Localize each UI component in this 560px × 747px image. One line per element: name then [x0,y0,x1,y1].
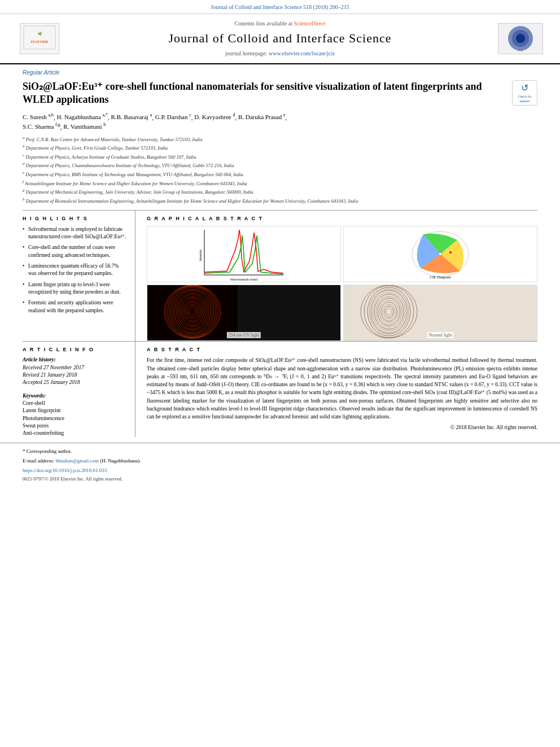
affiliation-d: d Department of Physics, Channabasaveshw… [23,161,537,169]
svg-text:Intensity: Intensity [199,250,202,261]
affiliation-g: g Department of Mechanical Engineering, … [23,187,537,196]
science-direct-link[interactable]: ScienceDirect [294,20,325,27]
graphical-abstract-images: Wavelength (nm) Intensity [147,226,537,341]
highlight-2: Core-shell and the number of coats were … [23,244,128,259]
ga-fingerprint-uv: 254 nm UV light [147,285,341,341]
copyright-line: © 2018 Elsevier Inc. All rights reserved… [147,424,537,431]
article-info-heading: A R T I C L E I N F O [23,346,128,353]
journal-cover-image: JCIS [498,23,543,54]
author-suresh: C. Suresh a,b [23,113,54,120]
science-direct-text: Contents lists available at ScienceDirec… [62,20,498,28]
keywords-label: Keywords: [23,392,128,400]
highlights-heading: H I G H L I G H T S [23,215,128,222]
svg-text:ELSEVIER: ELSEVIER [31,40,49,43]
author-kavyashree: D. Kavyashree d [194,113,235,120]
received-date: Received 27 November 2017 [23,364,128,372]
affiliation-a: a Prof. C.N.R. Rao Centre for Advanced M… [23,135,537,143]
affiliation-f: f Avinashilingam Institute for Home Scie… [23,179,537,187]
svg-point-5 [516,34,525,43]
revised-date: Revised 21 January 2018 [23,372,128,379]
elsevier-logo-image: 🌿 ELSEVIER [20,23,59,54]
svg-point-12 [439,252,442,256]
highlights-abstract-section: H I G H L I G H T S Solvothermal route i… [23,210,537,341]
keyword-4: Sweat pores [23,422,128,430]
journal-url[interactable]: www.elsevier.com/locate/jcis [269,50,335,56]
author-basavaraj: R.B. Basavaraj a [111,113,152,120]
keyword-2: Latent fingerprint [23,407,128,414]
abstract-col: A B S T R A C T For the first time, inte… [147,342,537,438]
article-title-section: SiO₂@LaOF:Eu³⁺ core-shell functional nan… [23,80,537,107]
article-info-abstract-section: A R T I C L E I N F O Article history: R… [23,341,537,438]
journal-citation: Journal of Colloid and Interface Science… [211,4,349,10]
journal-header-center: Contents lists available at ScienceDirec… [62,20,498,58]
article-title: SiO₂@LaOF:Eu³⁺ core-shell functional nan… [23,80,512,107]
accepted-date: Accepted 25 January 2018 [23,379,128,386]
highlight-5: Forensic and security applications were … [23,299,128,314]
check-updates-badge[interactable]: ↺ Check forupdates [512,80,537,106]
journal-header-bar: Journal of Colloid and Interface Science… [0,0,560,14]
author-darshan: G.P. Darshan c [155,113,191,120]
footer: * Corresponding author. E-mail address: … [0,443,560,487]
corresponding-note: * Corresponding author. [23,448,537,455]
affiliation-b: b Department of Physics, Govt. First Gra… [23,143,537,152]
journal-title: Journal of Colloid and Interface Science [62,30,498,47]
article-content: Regular Article SiO₂@LaOF:Eu³⁺ core-shel… [0,64,560,443]
ga-uv-label: 254 nm UV light [227,332,261,338]
svg-point-13 [449,251,452,254]
journal-homepage: journal homepage: www.elsevier.com/locat… [62,50,498,58]
ga-fingerprint-normal: Normal light [343,285,537,341]
author-nagabhushana: H. Nagabhushana a,* [57,113,108,120]
author-vanithamani: R. Vanithamani h [63,123,106,130]
email-note: E-mail address: bhushan@gmail.com (H. Na… [23,457,537,465]
highlight-1: Solvothermal route is employed to fabric… [23,226,128,241]
highlights-list: Solvothermal route is employed to fabric… [23,226,128,314]
history-label: Article history: [23,356,128,364]
abstract-text: For the first time, intense red color co… [147,356,537,421]
svg-text:Wavelength (nm): Wavelength (nm) [230,277,258,281]
keywords-section: Keywords: Core-shell Latent fingerprint … [23,392,128,438]
graphical-abstract-heading: G R A P H I C A L A B S T R A C T [147,215,537,222]
article-info-col: A R T I C L E I N F O Article history: R… [23,342,135,438]
article-history: Article history: Received 27 November 20… [23,356,128,386]
ga-spectrum-image: Wavelength (nm) Intensity [147,226,341,282]
keyword-5: Anti-counterfeiting [23,430,128,437]
highlight-4: Latent finger prints up to level-3 were … [23,281,128,296]
keyword-3: Photoluminescence [23,415,128,422]
ga-colorwheel-image: CIE Diagram [343,226,537,282]
authors-line: C. Suresh a,b, H. Nagabhushana a,*, R.B.… [23,112,537,132]
svg-rect-0 [24,26,55,49]
author-prasad: B. Daruka Prasad e [238,113,286,120]
footer-copyright: 0021-9797/© 2018 Elsevier Inc. All right… [23,476,537,483]
svg-text:JCIS: JCIS [518,49,523,52]
doi-link[interactable]: https://doi.org/10.1016/j.jcis.2018.01.0… [23,467,537,474]
affiliations: a Prof. C.N.R. Rao Centre for Advanced M… [23,135,537,205]
journal-masthead: 🌿 ELSEVIER Contents lists available at S… [0,14,560,64]
affiliation-h: h Department of Biomedical Instrumentati… [23,196,537,205]
keyword-1: Core-shell [23,400,128,407]
author-sharma: S.C. Sharma f,g [23,123,60,130]
highlights-col: H I G H L I G H T S Solvothermal route i… [23,211,135,341]
affiliation-e: e Department of Physics, BMS Institute o… [23,170,537,178]
svg-text:CIE Diagram: CIE Diagram [430,275,451,279]
svg-text:🌿: 🌿 [38,32,42,36]
ga-normal-label: Normal light [427,332,453,338]
abstract-heading: A B S T R A C T [147,346,537,353]
highlight-3: Luminescence quantum efficacy of 56.7% w… [23,263,128,278]
email-link[interactable]: bhushan@gmail.com [55,458,99,464]
graphical-abstract-col: G R A P H I C A L A B S T R A C T Wavele… [147,211,537,341]
affiliation-c: c Department of Physics, Acharya Institu… [23,152,537,161]
article-type-label: Regular Article [23,69,537,77]
elsevier-logo: 🌿 ELSEVIER [17,23,62,54]
